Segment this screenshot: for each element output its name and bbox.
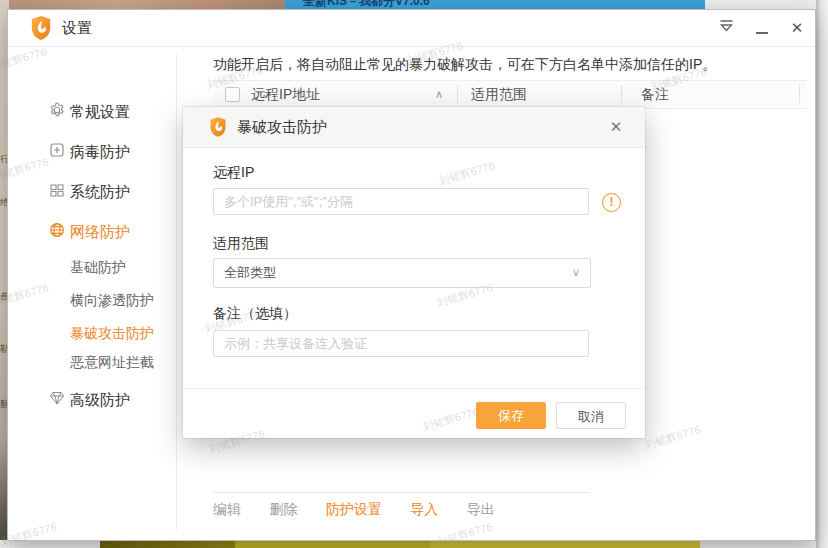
import-button[interactable]: 导入 xyxy=(410,501,438,519)
dialog-header: 暴破攻击防护 ✕ xyxy=(183,107,645,148)
minimize-button[interactable] xyxy=(750,16,774,40)
main-menu-icon[interactable] xyxy=(714,16,738,40)
background-text-fragment: 行 xyxy=(0,153,8,166)
sidebar-item-label: 系统防护 xyxy=(70,181,130,203)
background-bottom-yellow-light xyxy=(430,540,700,548)
background-text-fragment: 绝 xyxy=(0,196,8,209)
globe-icon xyxy=(48,222,66,240)
close-window-button[interactable]: ✕ xyxy=(785,16,809,40)
remote-ip-input[interactable] xyxy=(213,188,589,215)
sidebar-item-virus-protection[interactable]: 病毒防护 xyxy=(8,141,176,163)
titlebar: 设置 ✕ xyxy=(8,10,815,47)
sidebar-item-label: 恶意网址拦截 xyxy=(70,351,154,373)
system-grid-icon xyxy=(48,182,66,200)
column-divider xyxy=(799,85,800,103)
note-input[interactable] xyxy=(213,330,589,357)
scope-select[interactable]: 全部类型 ∨ xyxy=(213,258,591,288)
note-label: 备注（选填） xyxy=(213,305,297,323)
background-bottom-yellow xyxy=(235,540,430,548)
bruteforce-protection-dialog: 暴破攻击防护 ✕ 远程IP ! 适用范围 全部类型 ∨ 备注（选填） 保存 取消 xyxy=(183,107,645,438)
feature-description: 功能开启后，将自动阻止常见的暴力破解攻击，可在下方白名单中添加信任的IP。 xyxy=(213,56,716,74)
sidebar-item-lateral-movement-protection[interactable]: 横向渗透防护 xyxy=(8,289,176,311)
background-text-fragment: 叁 xyxy=(0,290,8,303)
sidebar-item-general-settings[interactable]: 常规设置 xyxy=(8,101,176,123)
sidebar-item-label: 病毒防护 xyxy=(70,141,130,163)
background-text-fragment: 勒 xyxy=(0,343,8,356)
scope-label: 适用范围 xyxy=(213,235,269,253)
protection-settings-button[interactable]: 防护设置 xyxy=(326,501,382,519)
dialog-logo-shield-icon xyxy=(209,116,227,138)
background-window-title: 全新KIS－我都分V7.0.6 xyxy=(303,0,430,10)
app-logo-shield-icon xyxy=(30,15,52,41)
scope-selected-value: 全部类型 xyxy=(224,259,276,286)
column-remote-ip[interactable]: 远程IP地址 xyxy=(251,81,320,107)
sidebar-item-bruteforce-protection[interactable]: 暴破攻击防护 xyxy=(8,322,176,344)
sidebar-item-label: 暴破攻击防护 xyxy=(70,322,154,344)
select-all-checkbox[interactable] xyxy=(225,87,240,102)
sidebar-divider xyxy=(176,54,177,530)
sidebar-item-label: 横向渗透防护 xyxy=(70,289,154,311)
window-title: 设置 xyxy=(62,10,92,46)
shield-plus-icon xyxy=(48,142,66,160)
sidebar-item-label: 网络防护 xyxy=(70,221,130,243)
sidebar-item-system-protection[interactable]: 系统防护 xyxy=(8,181,176,203)
dialog-close-icon[interactable]: ✕ xyxy=(605,116,627,138)
dialog-title: 暴破攻击防护 xyxy=(237,107,327,147)
column-divider xyxy=(621,85,622,103)
sidebar-item-malicious-url-blocking[interactable]: 恶意网址拦截 xyxy=(8,351,176,373)
save-button[interactable]: 保存 xyxy=(476,402,546,429)
background-text-fragment: 翻 xyxy=(0,398,8,411)
delete-button[interactable]: 删除 xyxy=(269,501,297,519)
sidebar-item-network-protection[interactable]: 网络防护 xyxy=(8,221,176,243)
remote-ip-label: 远程IP xyxy=(213,164,254,182)
minimize-icon xyxy=(756,32,768,34)
sidebar-item-label: 基础防护 xyxy=(70,256,126,278)
sidebar-item-label: 高级防护 xyxy=(70,389,130,411)
whitelist-table-header: 远程IP地址 ∧ 适用范围 备注 xyxy=(213,80,807,109)
sidebar: 常规设置 病毒防护 系统防护 网络防护 基础防护 横向渗透防护 暴破攻 xyxy=(8,47,176,540)
gem-icon xyxy=(48,390,66,408)
warning-icon: ! xyxy=(602,193,621,212)
settings-window: 设置 ✕ 常规设置 病毒防护 系统防护 xyxy=(8,10,815,540)
column-scope[interactable]: 适用范围 xyxy=(471,81,527,107)
desktop-background-bottom-strip xyxy=(0,540,828,548)
sort-ascending-icon[interactable]: ∧ xyxy=(435,81,443,107)
cancel-button[interactable]: 取消 xyxy=(556,402,626,429)
column-divider xyxy=(457,85,458,103)
toolbar-divider xyxy=(213,492,588,493)
sidebar-item-label: 常规设置 xyxy=(70,101,130,123)
dialog-footer-divider xyxy=(183,388,645,389)
gear-icon xyxy=(48,102,66,120)
column-note[interactable]: 备注 xyxy=(641,81,669,107)
edit-button[interactable]: 编辑 xyxy=(213,501,241,519)
sidebar-item-advanced-protection[interactable]: 高级防护 xyxy=(8,389,176,411)
desktop-background-right-strip xyxy=(816,0,828,548)
chevron-down-icon: ∨ xyxy=(572,259,580,286)
export-button[interactable]: 导出 xyxy=(467,501,495,519)
background-bottom-olive xyxy=(100,540,235,548)
bottom-toolbar: 编辑 删除 防护设置 导入 导出 xyxy=(213,500,519,520)
sidebar-item-basic-protection[interactable]: 基础防护 xyxy=(8,256,176,278)
